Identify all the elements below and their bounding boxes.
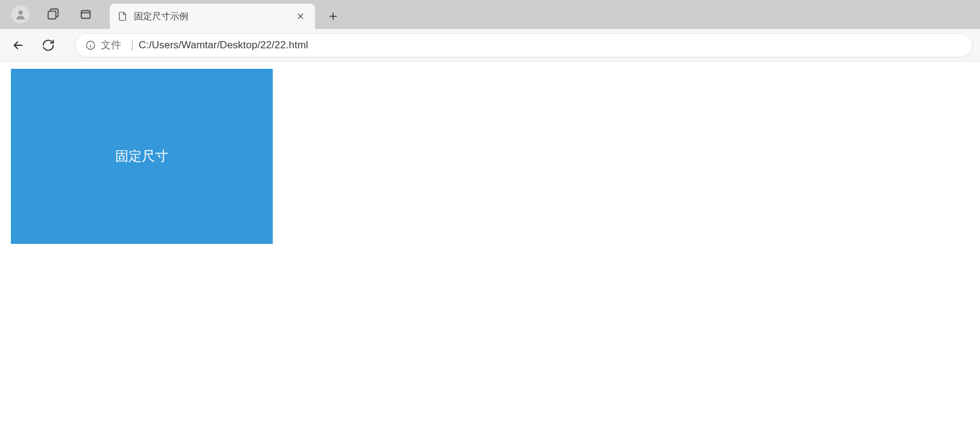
svg-point-0 (19, 10, 23, 14)
chrome-controls (0, 0, 106, 29)
browser-toolbar: 文件 | C:/Users/Wamtar/Desktop/22/22.html (0, 29, 980, 62)
address-scheme-label: 文件 (101, 38, 121, 52)
tab-title: 固定尺寸示例 (134, 11, 293, 22)
active-tab[interactable]: 固定尺寸示例 (110, 4, 315, 29)
fixed-box-label: 固定尺寸 (115, 147, 168, 165)
profile-avatar-icon (11, 5, 30, 24)
svg-rect-2 (81, 11, 91, 19)
page-viewport: 固定尺寸 (0, 62, 980, 440)
back-button[interactable] (7, 34, 29, 56)
profile-button[interactable] (11, 5, 30, 24)
fixed-size-box: 固定尺寸 (11, 69, 273, 244)
page-body: 固定尺寸 (6, 68, 974, 434)
close-tab-button[interactable] (293, 9, 308, 24)
browser-tab-strip: 固定尺寸示例 (0, 0, 980, 29)
workspaces-button[interactable] (43, 5, 63, 24)
address-bar[interactable]: 文件 | C:/Users/Wamtar/Desktop/22/22.html (75, 33, 973, 57)
refresh-button[interactable] (37, 34, 59, 56)
new-tab-button[interactable] (322, 5, 344, 27)
address-url: C:/Users/Wamtar/Desktop/22/22.html (139, 39, 308, 51)
page-icon (117, 11, 128, 22)
address-separator: | (131, 39, 134, 51)
svg-rect-1 (48, 11, 56, 19)
site-info-icon[interactable] (85, 40, 96, 51)
tab-actions-button[interactable] (76, 5, 95, 24)
